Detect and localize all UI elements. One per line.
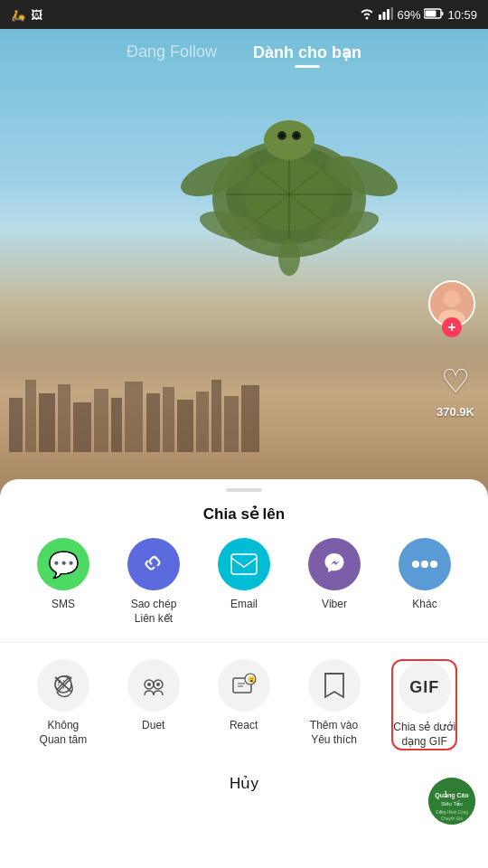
share-viber[interactable]: Viber bbox=[302, 538, 367, 612]
svg-point-46 bbox=[430, 561, 437, 568]
sheet-title: Chia sẻ lên bbox=[0, 492, 488, 538]
watermark: Quảng Cáo Siêu Tốc Đồng Hành Cùng Chuyên… bbox=[428, 778, 475, 825]
react-label: React bbox=[230, 719, 258, 733]
not-interested-label: KhôngQuan tâm bbox=[40, 719, 88, 747]
heart-icon: ♡ bbox=[441, 363, 470, 401]
svg-point-52 bbox=[156, 683, 160, 686]
svg-point-18 bbox=[295, 134, 299, 138]
add-favorite-label: Thêm vàoYêu thích bbox=[310, 719, 358, 747]
email-icon bbox=[230, 553, 258, 575]
bike-icon: 🛵 bbox=[11, 8, 25, 22]
react-icon: 😮 bbox=[231, 673, 257, 698]
viber-label: Viber bbox=[322, 598, 347, 612]
svg-point-23 bbox=[278, 240, 300, 276]
svg-text:Siêu Tốc: Siêu Tốc bbox=[441, 800, 463, 807]
svg-rect-27 bbox=[58, 384, 70, 452]
not-interested-icon-circle bbox=[37, 659, 89, 712]
like-button[interactable]: ♡ bbox=[436, 362, 475, 401]
share-email[interactable]: Email bbox=[211, 538, 277, 612]
gif-icon-circle: GIF bbox=[399, 661, 451, 713]
svg-point-44 bbox=[412, 561, 419, 568]
share-other[interactable]: Khác bbox=[392, 538, 457, 612]
svg-rect-5 bbox=[426, 10, 436, 16]
svg-text:Đồng Hành Cùng: Đồng Hành Cùng bbox=[436, 810, 468, 815]
wifi-icon bbox=[359, 7, 375, 23]
svg-rect-34 bbox=[177, 400, 193, 452]
status-left: 🛵 🖼 bbox=[11, 8, 42, 22]
more-dots-icon bbox=[412, 560, 437, 569]
like-count: 370.9K bbox=[436, 405, 474, 419]
cancel-button[interactable]: Hủy bbox=[0, 760, 488, 804]
svg-rect-28 bbox=[73, 402, 91, 452]
action-not-interested[interactable]: KhôngQuan tâm bbox=[31, 659, 96, 747]
follow-plus-button[interactable]: + bbox=[442, 317, 462, 337]
share-bottom-sheet: Chia sẻ lên 💬 SMS Sao chépLiên kết bbox=[0, 479, 488, 868]
top-nav: Đang Follow Dành cho bạn bbox=[0, 29, 488, 79]
action-react[interactable]: 😮 React bbox=[211, 659, 277, 733]
svg-rect-38 bbox=[241, 385, 259, 452]
svg-rect-33 bbox=[163, 387, 174, 452]
viber-icon bbox=[321, 551, 348, 578]
svg-rect-6 bbox=[442, 12, 444, 15]
gif-text: GIF bbox=[409, 678, 439, 697]
sms-icon: 💬 bbox=[48, 550, 80, 580]
sms-icon-circle: 💬 bbox=[37, 538, 89, 590]
tab-danh-cho-ban[interactable]: Dành cho bạn bbox=[253, 42, 361, 66]
watermark-logo: Quảng Cáo Siêu Tốc Đồng Hành Cùng Chuyên… bbox=[428, 778, 475, 825]
share-sms[interactable]: 💬 SMS bbox=[31, 538, 96, 612]
not-interested-icon bbox=[51, 673, 76, 698]
duet-icon bbox=[140, 674, 167, 697]
add-favorite-icon-circle bbox=[308, 659, 361, 712]
tab-dang-follow[interactable]: Đang Follow bbox=[127, 42, 217, 65]
link-icon bbox=[140, 551, 167, 578]
svg-rect-31 bbox=[125, 382, 143, 452]
svg-rect-37 bbox=[224, 396, 239, 452]
email-label: Email bbox=[230, 598, 258, 612]
share-copy-link[interactable]: Sao chépLiên kết bbox=[121, 538, 186, 626]
svg-text:Chuyên Gia: Chuyên Gia bbox=[441, 816, 463, 821]
bookmark-icon bbox=[323, 672, 346, 699]
signal-icon bbox=[379, 7, 393, 23]
time: 10:59 bbox=[447, 8, 477, 22]
svg-point-42 bbox=[444, 290, 460, 307]
action-row: KhôngQuan tâm Duet bbox=[0, 643, 488, 760]
status-right: 69% 10:59 bbox=[359, 7, 477, 23]
action-gif-share[interactable]: GIF Chia sẻ dướidạng GIF bbox=[391, 659, 457, 750]
avatar-container[interactable]: + bbox=[428, 280, 475, 337]
battery-percentage: 69% bbox=[397, 8, 420, 22]
action-add-favorite[interactable]: Thêm vàoYêu thích bbox=[302, 659, 367, 747]
turtle-image bbox=[145, 72, 434, 307]
other-icon-circle bbox=[399, 538, 451, 590]
react-icon-circle: 😮 bbox=[218, 659, 270, 712]
svg-rect-36 bbox=[211, 380, 221, 452]
copy-link-label: Sao chépLiên kết bbox=[131, 598, 177, 626]
share-row: 💬 SMS Sao chépLiên kết Email bbox=[0, 538, 488, 642]
svg-point-14 bbox=[264, 120, 314, 160]
svg-rect-30 bbox=[111, 398, 122, 452]
sms-label: SMS bbox=[52, 598, 75, 612]
status-bar: 🛵 🖼 69% 10:59 bbox=[0, 0, 488, 29]
svg-rect-24 bbox=[9, 398, 23, 452]
action-duet[interactable]: Duet bbox=[121, 659, 186, 733]
svg-point-45 bbox=[421, 561, 428, 568]
svg-rect-2 bbox=[387, 9, 389, 20]
viber-icon-circle bbox=[308, 538, 361, 590]
other-label: Khác bbox=[412, 598, 436, 612]
svg-rect-25 bbox=[25, 380, 36, 452]
gif-share-label: Chia sẻ dướidạng GIF bbox=[393, 721, 455, 749]
battery-icon bbox=[424, 8, 444, 22]
video-actions: ♡ 370.9K bbox=[436, 362, 475, 419]
duet-icon-circle bbox=[127, 659, 180, 712]
image-icon: 🖼 bbox=[31, 8, 42, 22]
copy-link-icon-circle bbox=[127, 538, 180, 590]
svg-rect-35 bbox=[196, 392, 209, 452]
svg-rect-26 bbox=[39, 393, 55, 452]
svg-rect-43 bbox=[231, 554, 257, 574]
svg-rect-1 bbox=[383, 12, 386, 20]
svg-rect-32 bbox=[146, 393, 160, 452]
svg-text:😮: 😮 bbox=[248, 675, 256, 684]
svg-rect-29 bbox=[94, 389, 108, 452]
svg-rect-3 bbox=[391, 7, 394, 20]
svg-rect-0 bbox=[379, 14, 381, 20]
svg-point-50 bbox=[147, 683, 151, 686]
